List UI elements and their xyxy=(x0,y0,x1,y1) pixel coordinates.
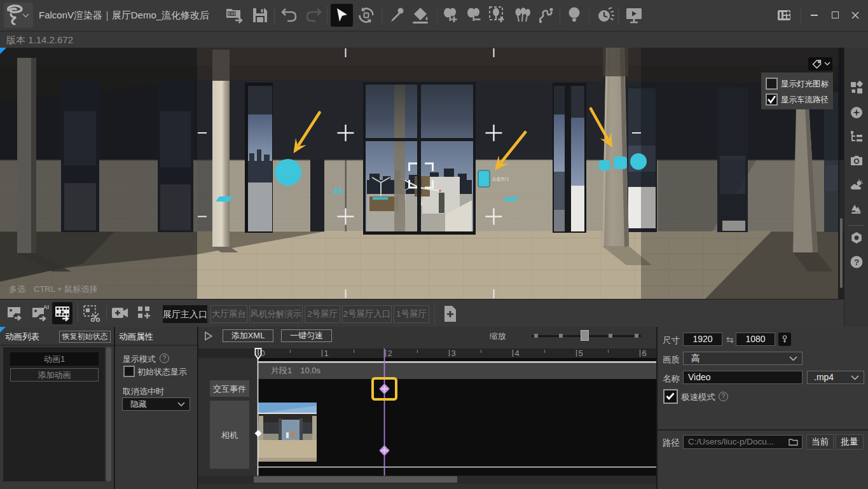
svg-text:片段1 10.0s: 片段1 10.0s xyxy=(271,366,321,375)
svg-text:AI: AI xyxy=(43,304,49,310)
svg-text:?: ? xyxy=(854,258,859,267)
svg-text:EXE: EXE xyxy=(228,11,237,16)
svg-text:交互事件: 交互事件 xyxy=(213,384,246,394)
svg-text:显示车流路径: 显示车流路径 xyxy=(781,95,829,104)
svg-text:4: 4 xyxy=(515,348,520,358)
svg-text:相机: 相机 xyxy=(221,430,238,440)
svg-text:5: 5 xyxy=(579,348,583,358)
svg-text:2: 2 xyxy=(388,348,392,358)
svg-text:6: 6 xyxy=(642,348,647,358)
svg-text:点击开门: 点击开门 xyxy=(492,177,509,181)
svg-text:显示灯光图标: 显示灯光图标 xyxy=(781,79,829,88)
svg-text:1: 1 xyxy=(324,348,329,358)
svg-text:3: 3 xyxy=(451,348,456,358)
